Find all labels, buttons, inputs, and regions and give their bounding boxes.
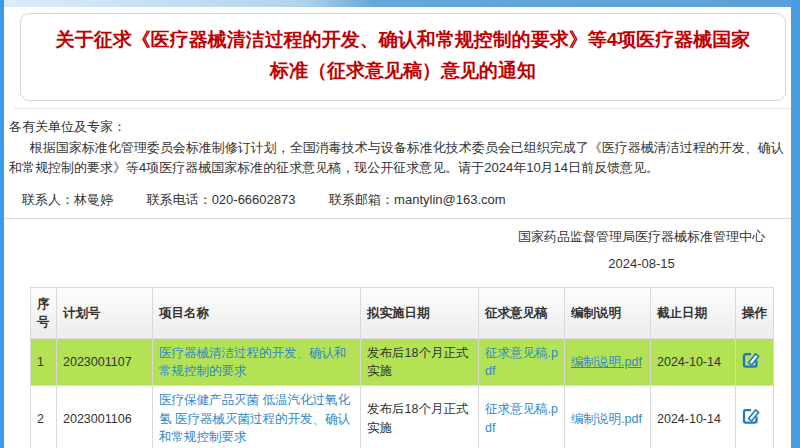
header-explanation: 编制说明: [565, 287, 651, 338]
header-project-name: 项目名称: [153, 287, 361, 338]
deadline-date: 2024-10-14: [651, 386, 736, 448]
signature-block: 国家药品监督管理局医疗器械标准管理中心 2024-08-15: [4, 228, 791, 273]
edit-icon: [742, 407, 760, 425]
body-paragraph: 根据国家标准化管理委员会标准制修订计划，全国消毒技术与设备标准化技术委员会已组织…: [9, 138, 787, 177]
signature-date: 2024-08-15: [518, 255, 765, 273]
explanation-pdf-link[interactable]: 编制说明.pdf: [571, 412, 642, 426]
header-actions: 操作: [736, 287, 774, 338]
draft-pdf-link[interactable]: 征求意见稿.pdf: [485, 402, 558, 434]
header-implementation-date: 拟实施日期: [361, 287, 479, 338]
table-header-row: 序号 计划号 项目名称 拟实施日期 征求意见稿 编制说明 截止日期 操作: [31, 287, 774, 338]
window-top-strip: [4, 0, 791, 7]
row-index: 1: [31, 339, 57, 386]
page-title: 关于征求《医疗器械清洁过程的开发、确认和常规控制的要求》等4项医疗器械国家标准（…: [47, 25, 759, 87]
contact-person: 联系人：林曼婷: [22, 192, 113, 207]
project-name-link[interactable]: 医疗器械清洁过程的开发、确认和常规控制的要求: [159, 346, 347, 378]
contact-email: 联系邮箱：mantylin@163.com: [329, 192, 505, 207]
edit-button[interactable]: [742, 407, 760, 425]
project-name-link[interactable]: 医疗保健产品灭菌 低温汽化过氧化氢 医疗器械灭菌过程的开发、确认和常规控制要求: [159, 393, 350, 443]
salutation: 各有关单位及专家：: [9, 117, 787, 137]
header-plan-number: 计划号: [57, 287, 153, 338]
notice-body: 各有关单位及专家： 根据国家标准化管理委员会标准制修订计划，全国消毒技术与设备标…: [4, 109, 791, 210]
plan-number: 2023001107: [57, 339, 153, 386]
header-draft: 征求意见稿: [479, 287, 565, 338]
deadline-date: 2024-10-14: [651, 339, 736, 386]
signature-org: 国家药品监督管理局医疗器械标准管理中心: [518, 228, 765, 246]
standards-table: 序号 计划号 项目名称 拟实施日期 征求意见稿 编制说明 截止日期 操作 1 2…: [30, 287, 774, 448]
edit-button[interactable]: [742, 351, 760, 369]
table-row[interactable]: 2 2023001106 医疗保健产品灭菌 低温汽化过氧化氢 医疗器械灭菌过程的…: [31, 386, 774, 448]
table-row[interactable]: 1 2023001107 医疗器械清洁过程的开发、确认和常规控制的要求 发布后1…: [31, 339, 774, 386]
implementation-date: 发布后18个月正式实施: [361, 386, 479, 448]
explanation-pdf-link[interactable]: 编制说明.pdf: [571, 355, 642, 369]
section-divider: [4, 218, 791, 219]
implementation-date: 发布后18个月正式实施: [361, 339, 479, 386]
edit-icon: [742, 351, 760, 369]
row-index: 2: [31, 386, 57, 448]
draft-pdf-link[interactable]: 征求意见稿.pdf: [485, 346, 558, 378]
contact-phone: 联系电话：020-66602873: [147, 192, 296, 207]
contact-line: 联系人：林曼婷 联系电话：020-66602873 联系邮箱：mantylin@…: [9, 190, 787, 210]
plan-number: 2023001106: [57, 386, 153, 448]
header-deadline: 截止日期: [651, 287, 736, 338]
notice-title-box: 关于征求《医疗器械清洁过程的开发、确认和常规控制的要求》等4项医疗器械国家标准（…: [20, 13, 786, 101]
notice-page: { "page": { "title": "关于征求《医疗器械清洁过程的开发、确…: [0, 0, 800, 448]
header-index: 序号: [31, 287, 57, 338]
